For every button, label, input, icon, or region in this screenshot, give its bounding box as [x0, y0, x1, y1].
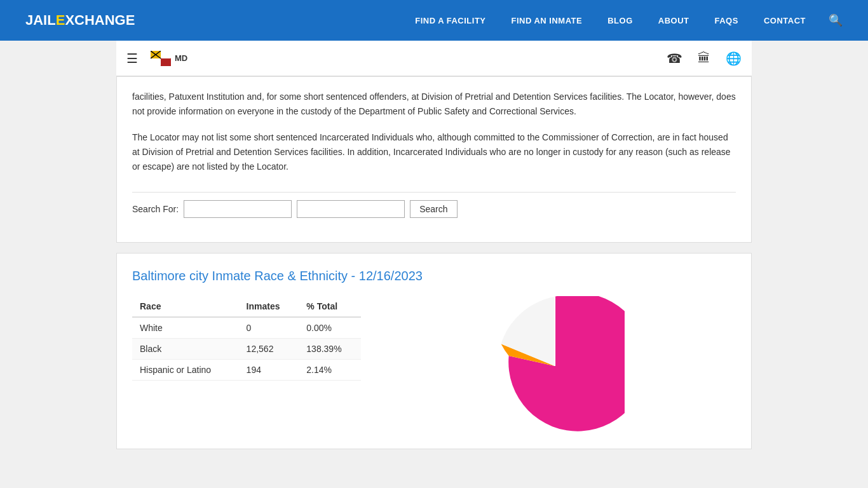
col-inmates: Inmates: [239, 296, 299, 317]
table-row: White 0 0.00%: [132, 317, 361, 339]
find-inmate-link[interactable]: FIND AN INMATE: [499, 16, 595, 25]
page-wrapper: ☰ MD ☎ 🏛 🌐: [0, 41, 868, 488]
inmates-cell: 0: [239, 317, 299, 339]
globe-icon[interactable]: 🌐: [726, 51, 742, 66]
flag-label: MD: [175, 53, 187, 63]
pie-chart: [485, 296, 625, 436]
search-for-label: Search For:: [132, 204, 179, 214]
chart-layout: Race Inmates % Total White 0 0.00% Black…: [132, 296, 736, 436]
race-ethnicity-table: Race Inmates % Total White 0 0.00% Black…: [132, 296, 361, 381]
state-flag: MD: [151, 51, 187, 66]
pct-cell: 0.00%: [299, 317, 361, 339]
search-form: Search For: Search: [132, 192, 736, 223]
svg-rect-2: [151, 58, 161, 66]
table-header-row: Race Inmates % Total: [132, 296, 361, 317]
faqs-link[interactable]: FAQs: [702, 16, 751, 25]
pct-cell: 2.14%: [299, 360, 361, 381]
info-search-card: facilities, Patuxent Institution and, fo…: [116, 76, 752, 243]
table-row: Hispanic or Latino 194 2.14%: [132, 360, 361, 381]
logo-xchange: XCHANGE: [65, 12, 135, 28]
race-table-wrapper: Race Inmates % Total White 0 0.00% Black…: [132, 296, 361, 381]
nav-find-facility[interactable]: FIND A FACILITY: [402, 15, 498, 25]
phone-icon[interactable]: ☎: [667, 51, 682, 66]
race-cell: Black: [132, 339, 239, 360]
sub-nav-action-icons: ☎ 🏛 🌐: [667, 51, 742, 66]
top-navigation: JAILEXCHANGE FIND A FACILITY FIND AN INM…: [0, 0, 868, 41]
nav-search-icon[interactable]: 🔍: [829, 13, 843, 27]
nav-faqs[interactable]: FAQs: [702, 15, 751, 25]
nav-blog[interactable]: BLOG: [595, 15, 646, 25]
pie-chart-svg: [485, 296, 625, 436]
nav-about[interactable]: ABOUT: [646, 15, 702, 25]
logo-jail: JAIL: [25, 12, 56, 28]
search-button[interactable]: Search: [410, 200, 457, 218]
about-link[interactable]: ABOUT: [646, 16, 702, 25]
site-logo[interactable]: JAILEXCHANGE: [25, 12, 135, 29]
col-pct: % Total: [299, 296, 361, 317]
info-paragraph-2: The Locator may not list some short sent…: [132, 130, 736, 174]
find-facility-link[interactable]: FIND A FACILITY: [402, 16, 498, 25]
col-race: Race: [132, 296, 239, 317]
race-cell: White: [132, 317, 239, 339]
inmates-cell: 12,562: [239, 339, 299, 360]
main-content: ☰ MD ☎ 🏛 🌐: [116, 41, 752, 488]
nav-find-inmate[interactable]: FIND AN INMATE: [499, 15, 595, 25]
hamburger-icon[interactable]: ☰: [126, 51, 138, 66]
svg-rect-1: [161, 51, 171, 58]
sub-navigation: ☰ MD ☎ 🏛 🌐: [116, 41, 752, 76]
pie-chart-wrapper: [374, 296, 736, 436]
nav-links-list: FIND A FACILITY FIND AN INMATE BLOG ABOU…: [402, 15, 818, 25]
nav-contact[interactable]: CONTACT: [751, 15, 818, 25]
maryland-flag-icon: [151, 51, 171, 66]
search-input-first-name[interactable]: [184, 200, 292, 218]
inmates-cell: 194: [239, 360, 299, 381]
pct-cell: 138.39%: [299, 339, 361, 360]
contact-link[interactable]: CONTACT: [751, 16, 818, 25]
search-input-last-name[interactable]: [297, 200, 405, 218]
chart-section: Baltimore city Inmate Race & Ethnicity -…: [116, 253, 752, 449]
chart-title: Baltimore city Inmate Race & Ethnicity -…: [132, 269, 736, 283]
blog-link[interactable]: BLOG: [595, 16, 646, 25]
race-cell: Hispanic or Latino: [132, 360, 239, 381]
logo-exchange: E: [56, 12, 65, 28]
institution-icon[interactable]: 🏛: [698, 51, 710, 65]
info-paragraph-1: facilities, Patuxent Institution and, fo…: [132, 90, 736, 119]
table-row: Black 12,562 138.39%: [132, 339, 361, 360]
